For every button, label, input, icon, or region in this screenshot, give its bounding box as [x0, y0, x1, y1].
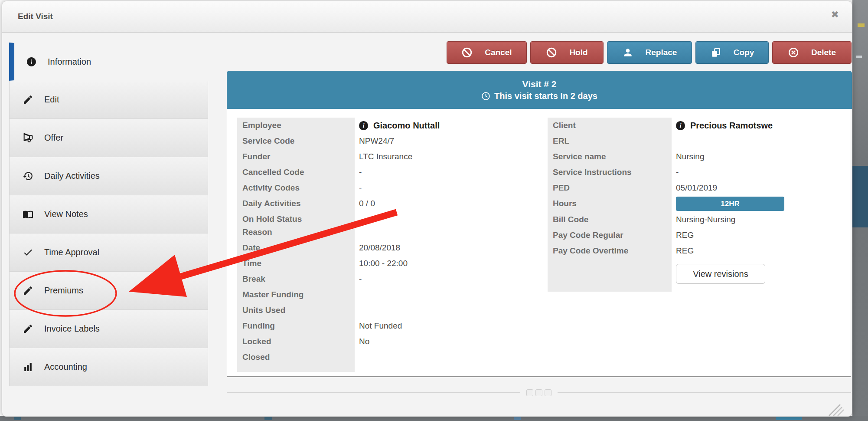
- resize-grip-icon[interactable]: [823, 403, 845, 417]
- modal-titlebar: Edit Visit ✖: [2, 1, 852, 33]
- drag-handle-square[interactable]: [526, 389, 533, 396]
- delete-button[interactable]: Delete: [772, 41, 852, 64]
- client-details: Client i Precious Ramotswe ERL Service n…: [548, 118, 834, 292]
- clock-icon: [481, 92, 490, 101]
- sidebar-item-premiums[interactable]: Premiums: [9, 272, 208, 310]
- field-value: NPW24/7: [355, 133, 543, 149]
- field-label: Cancelled Code: [237, 164, 355, 180]
- field-value: REG: [672, 227, 834, 243]
- sidebar-item-label: View Notes: [44, 209, 88, 219]
- field-label: ERL: [548, 133, 672, 149]
- field-value: [355, 303, 543, 318]
- field-label: On Hold Status Reason: [237, 211, 355, 240]
- field-label: Time: [237, 256, 355, 271]
- button-label: Copy: [734, 48, 754, 57]
- sidebar-item-invoice-labels[interactable]: Invoice Labels: [9, 310, 208, 348]
- field-label: Client: [548, 118, 672, 133]
- employee-name: Giacomo Nuttall: [373, 118, 440, 133]
- field-value: REG: [672, 243, 834, 259]
- sidebar-item-time-approval[interactable]: Time Approval: [9, 234, 208, 272]
- sidebar-item-edit[interactable]: Edit: [9, 81, 208, 119]
- modal-title: Edit Visit: [18, 12, 53, 21]
- sidebar-item-label: Time Approval: [44, 247, 99, 257]
- background-mark: [264, 417, 272, 420]
- field-value: Nursing: [672, 149, 834, 164]
- cancel-button[interactable]: Cancel: [447, 41, 527, 64]
- button-label: Delete: [811, 48, 836, 57]
- background-mark: [514, 417, 521, 420]
- field-label: Service Code: [237, 133, 355, 149]
- button-label: Hold: [569, 48, 587, 57]
- info-icon[interactable]: i: [359, 121, 368, 130]
- button-label: Cancel: [485, 48, 512, 57]
- field-label: Break: [237, 271, 355, 287]
- drag-handle-square[interactable]: [545, 389, 551, 396]
- sidebar-item-label: Information: [48, 57, 91, 67]
- detail-row: Client i Precious Ramotswe: [548, 118, 834, 133]
- replace-button[interactable]: Replace: [607, 41, 692, 64]
- sidebar-item-daily-activities[interactable]: Daily Activities: [9, 157, 208, 195]
- ban-icon: [546, 47, 557, 58]
- field-value: -: [355, 271, 543, 287]
- field-label: Units Used: [237, 303, 355, 318]
- field-value: -: [355, 164, 543, 180]
- field-label: Service Instructions: [548, 164, 672, 180]
- visit-detail-pane: Visit # 2 This visit starts In 2 days Em…: [227, 71, 851, 377]
- sidebar-item-label: Daily Activities: [44, 171, 100, 181]
- field-label: Funding: [237, 318, 355, 334]
- field-value: LTC Insurance: [355, 149, 543, 164]
- sidebar-item-label: Premiums: [44, 286, 83, 296]
- circle-x-icon: [788, 47, 799, 58]
- hold-button[interactable]: Hold: [530, 41, 604, 64]
- employee-details: Employee i Giacomo Nuttall Service CodeN…: [237, 118, 543, 372]
- copy-icon: [710, 47, 721, 58]
- background-mark: [858, 23, 865, 27]
- field-value: 0 / 0: [355, 196, 543, 211]
- pencil-icon: [23, 323, 33, 334]
- sidebar-item-view-notes[interactable]: View Notes: [9, 195, 208, 234]
- field-label: Closed: [237, 349, 355, 365]
- sidebar-item-label: Invoice Labels: [44, 324, 100, 334]
- open-book-icon: [23, 209, 33, 220]
- info-icon[interactable]: i: [676, 121, 685, 130]
- field-label: Activity Codes: [237, 180, 355, 196]
- visit-banner: Visit # 2 This visit starts In 2 days: [227, 71, 852, 109]
- field-value: [672, 133, 834, 149]
- drag-handle-square[interactable]: [535, 389, 542, 396]
- field-label: Employee: [237, 118, 355, 133]
- field-value: 05/01/2019: [672, 180, 834, 196]
- megaphone-icon: [23, 132, 33, 143]
- field-value: -: [672, 164, 834, 180]
- field-value: [355, 211, 543, 240]
- field-value: Not Funded: [355, 318, 543, 334]
- field-label: Locked: [237, 334, 355, 349]
- field-value: No: [355, 334, 543, 349]
- field-value: [355, 349, 543, 365]
- sidebar-item-label: Offer: [44, 133, 63, 143]
- ban-icon: [461, 47, 473, 58]
- field-label: Hours: [548, 196, 672, 212]
- field-label: Pay Code Overtime: [548, 243, 672, 259]
- field-value: 20/08/2018: [355, 240, 543, 256]
- client-name: Precious Ramotswe: [690, 118, 773, 133]
- background-mark: [856, 56, 862, 58]
- field-label: Pay Code Regular: [548, 227, 672, 243]
- close-icon[interactable]: ✖: [831, 10, 839, 20]
- sidebar-item-information[interactable]: Information: [9, 43, 208, 81]
- hours-badge: 12HR: [676, 197, 784, 211]
- visit-number: Visit # 2: [522, 79, 557, 89]
- background-page-sliver: [852, 0, 868, 421]
- drag-handle[interactable]: [526, 389, 551, 396]
- page: Edit Visit ✖ Information Edit Offer Dail…: [0, 0, 868, 421]
- view-revisions-button[interactable]: View revisions: [676, 264, 765, 284]
- user-icon: [622, 47, 633, 58]
- field-label: Funder: [237, 149, 355, 164]
- sidebar-item-accounting[interactable]: Accounting: [9, 348, 208, 386]
- field-label: Daily Activities: [237, 196, 355, 211]
- sidebar-item-label: Edit: [44, 95, 59, 105]
- field-value: [355, 287, 543, 303]
- pencil-icon: [23, 94, 33, 105]
- field-label: Bill Code: [548, 212, 672, 227]
- sidebar-item-offer[interactable]: Offer: [9, 119, 208, 157]
- copy-button[interactable]: Copy: [695, 41, 769, 64]
